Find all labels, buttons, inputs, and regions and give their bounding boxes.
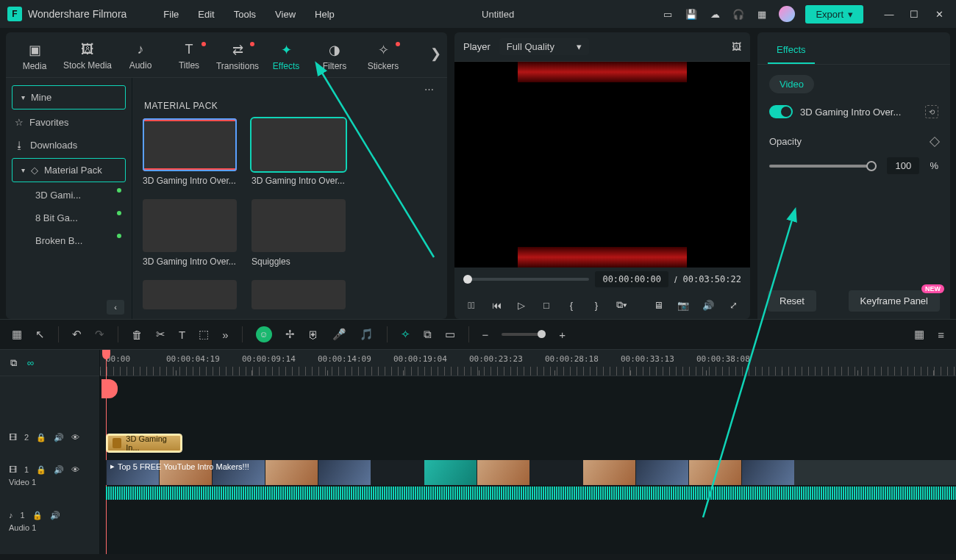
video-lane[interactable]: ▸Top 5 FREE YouTube Intro Makers!!! bbox=[100, 459, 956, 500]
sidebar-favorites[interactable]: ☆Favorites bbox=[6, 111, 132, 134]
timeline-ruler[interactable]: 00:00 00:00:04:19 00:00:09:14 00:00:14:0… bbox=[100, 350, 956, 376]
undo-icon[interactable]: ↶ bbox=[72, 328, 82, 341]
time-current: 00:00:00:00 bbox=[595, 271, 668, 287]
tabs-overflow-icon[interactable]: ❯ bbox=[430, 46, 441, 62]
window-minimize-icon[interactable]: — bbox=[884, 9, 894, 19]
view-list-icon[interactable]: ≡ bbox=[938, 329, 944, 341]
screen-icon[interactable]: ▭ bbox=[661, 7, 674, 21]
gallery-item[interactable]: 3D Gaming Intro Over... bbox=[252, 118, 346, 186]
mark-in-icon[interactable]: { bbox=[565, 300, 578, 311]
window-maximize-icon[interactable]: ☐ bbox=[909, 9, 919, 19]
sparkle-icon[interactable]: ✢ bbox=[285, 328, 295, 341]
apps-icon[interactable]: ▦ bbox=[755, 7, 768, 21]
link-icon[interactable]: ∞ bbox=[27, 357, 34, 368]
step-back-icon[interactable]: ⏮ bbox=[490, 300, 503, 311]
playback-scrubber[interactable] bbox=[463, 278, 589, 281]
fx-lane[interactable]: 3D Gaming In... bbox=[100, 428, 956, 459]
opacity-value[interactable]: 100 bbox=[887, 157, 919, 174]
play-icon[interactable]: ▷ bbox=[515, 300, 528, 311]
fullscreen-icon[interactable]: ⤢ bbox=[727, 300, 740, 311]
tab-effects[interactable]: ✦Effects bbox=[262, 42, 310, 71]
camera-icon[interactable]: 📷 bbox=[677, 300, 690, 311]
fx-clip[interactable]: 3D Gaming In... bbox=[106, 434, 182, 453]
cloud-icon[interactable]: ☁ bbox=[708, 7, 721, 21]
delete-icon[interactable]: 🗑 bbox=[132, 329, 143, 341]
video-clip[interactable]: ▸Top 5 FREE YouTube Intro Makers!!! bbox=[106, 460, 956, 485]
stop-icon[interactable]: □ bbox=[540, 300, 553, 311]
menu-file[interactable]: File bbox=[163, 9, 179, 20]
gallery-item[interactable] bbox=[143, 280, 237, 309]
headphones-icon[interactable]: 🎧 bbox=[732, 7, 745, 21]
music-icon[interactable]: 🎵 bbox=[360, 328, 374, 341]
menu-edit[interactable]: Edit bbox=[198, 9, 214, 20]
ratio-box-icon[interactable]: ▭ bbox=[445, 328, 455, 341]
tab-media[interactable]: ▣Media bbox=[10, 42, 59, 71]
text-icon[interactable]: T bbox=[179, 329, 185, 341]
layers-icon[interactable]: ⧉ bbox=[10, 357, 17, 369]
shield-icon[interactable]: ⛨ bbox=[308, 329, 319, 341]
video-chip[interactable]: Video bbox=[769, 75, 814, 93]
snapshot-icon[interactable]: 🖼 bbox=[732, 41, 741, 52]
sidebar-back-icon[interactable]: ‹ bbox=[107, 300, 124, 315]
link-clip-icon[interactable]: ⧉ bbox=[424, 328, 432, 341]
ratio-icon[interactable]: ⧉▾ bbox=[615, 299, 628, 311]
save-icon[interactable]: 💾 bbox=[685, 7, 698, 21]
timeline-tracks[interactable]: 00:00 00:00:04:19 00:00:09:14 00:00:14:0… bbox=[100, 350, 956, 554]
crop-icon[interactable]: ⬚ bbox=[199, 328, 209, 341]
track-header-video1[interactable]: 🎞1🔒🔊👁 Video 1 bbox=[0, 453, 99, 498]
export-button[interactable]: Export ▾ bbox=[805, 5, 863, 24]
cursor-icon[interactable]: ↖ bbox=[35, 328, 45, 341]
quality-select[interactable]: Full Quality▾ bbox=[499, 38, 589, 55]
gallery-item[interactable]: 3D Gaming Intro Over... bbox=[143, 118, 237, 186]
redo-icon[interactable]: ↷ bbox=[95, 328, 104, 341]
volume-icon[interactable]: 🔊 bbox=[702, 300, 715, 311]
window-close-icon[interactable]: ✕ bbox=[934, 9, 944, 19]
pack-icon: ◇ bbox=[31, 165, 38, 176]
view-grid-icon[interactable]: ▦ bbox=[914, 328, 924, 341]
user-avatar[interactable] bbox=[779, 6, 795, 22]
playhead-marker[interactable] bbox=[101, 379, 118, 398]
track-header-fx[interactable]: 🎞2🔒🔊👁 bbox=[0, 422, 99, 453]
gallery-menu-icon[interactable]: ⋯ bbox=[424, 84, 434, 95]
keyframe-diamond-icon[interactable] bbox=[930, 136, 940, 146]
ai-face-icon[interactable]: ☺ bbox=[256, 326, 272, 342]
tab-audio[interactable]: ♪Audio bbox=[116, 42, 165, 71]
tab-stock-media[interactable]: 🖼Stock Media bbox=[59, 42, 116, 71]
track-header-audio1[interactable]: ♪1🔒🔊 Audio 1 bbox=[0, 498, 99, 544]
sidebar-sub-item[interactable]: 3D Gami... bbox=[6, 184, 132, 207]
sidebar-material-pack[interactable]: ▾◇Material Pack bbox=[12, 158, 126, 182]
keyframe-panel-button[interactable]: Keyframe PanelNEW bbox=[849, 290, 941, 312]
menu-view[interactable]: View bbox=[275, 9, 296, 20]
sidebar-downloads[interactable]: ⭳Downloads bbox=[6, 134, 132, 157]
tab-transitions[interactable]: ⇄Transitions bbox=[213, 42, 262, 71]
gallery-item[interactable]: Squiggles bbox=[252, 199, 346, 267]
opacity-slider[interactable] bbox=[769, 165, 877, 168]
prev-frame-icon[interactable]: ◁⃓ bbox=[465, 300, 478, 311]
mic-icon[interactable]: 🎤 bbox=[332, 328, 346, 341]
sidebar-mine[interactable]: ▾Mine bbox=[12, 85, 126, 110]
properties-tab-effects[interactable]: Effects bbox=[768, 37, 815, 64]
grid-icon[interactable]: ▦ bbox=[12, 328, 22, 341]
effect-toggle[interactable] bbox=[769, 105, 793, 118]
video-preview[interactable] bbox=[454, 62, 750, 268]
display-icon[interactable]: 🖥 bbox=[652, 300, 665, 311]
tab-filters[interactable]: ◑Filters bbox=[310, 42, 359, 71]
tab-titles[interactable]: TTitles bbox=[165, 42, 213, 71]
more-tools-icon[interactable]: » bbox=[222, 329, 228, 341]
zoom-out-icon[interactable]: − bbox=[482, 329, 489, 341]
zoom-slider[interactable] bbox=[502, 333, 546, 336]
menu-tools[interactable]: Tools bbox=[234, 9, 256, 20]
sidebar-sub-item[interactable]: 8 Bit Ga... bbox=[6, 207, 132, 229]
sidebar-sub-item[interactable]: Broken B... bbox=[6, 229, 132, 252]
effect-reset-icon[interactable]: ⟲ bbox=[925, 105, 938, 118]
audio-waveform bbox=[106, 487, 956, 500]
cut-icon[interactable]: ✂ bbox=[156, 328, 165, 341]
tab-stickers[interactable]: ✧Stickers bbox=[359, 42, 407, 71]
gallery-item[interactable] bbox=[252, 280, 346, 309]
gallery-item[interactable]: 3D Gaming Intro Over... bbox=[143, 199, 237, 267]
menu-help[interactable]: Help bbox=[315, 9, 335, 20]
reset-button[interactable]: Reset bbox=[768, 290, 816, 312]
mark-out-icon[interactable]: } bbox=[590, 300, 603, 311]
zoom-in-icon[interactable]: + bbox=[559, 329, 566, 341]
marker-icon[interactable]: ✧ bbox=[401, 328, 410, 341]
